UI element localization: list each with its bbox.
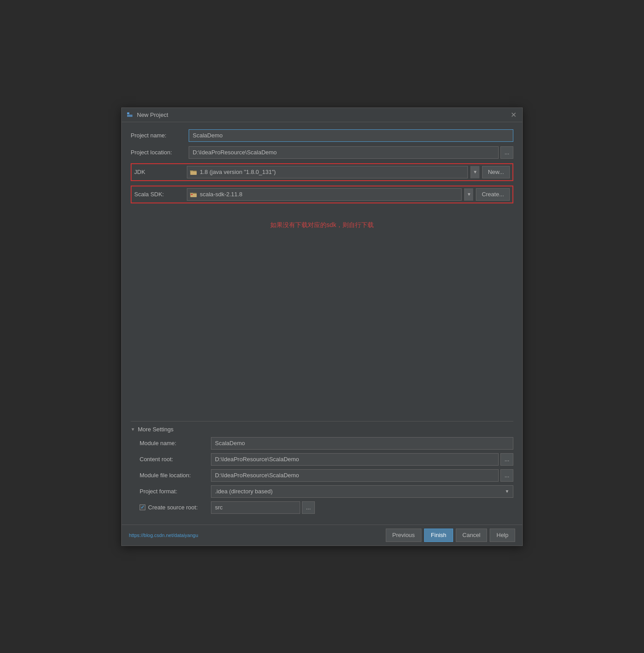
module-file-browse-button[interactable]: ...	[500, 469, 513, 482]
module-file-label: Module file location:	[140, 472, 211, 479]
spacer	[131, 243, 513, 421]
scala-sdk-dropdown-arrow[interactable]: ▼	[464, 188, 473, 201]
create-source-label: ✓ Create source root:	[140, 504, 211, 511]
jdk-chevron-icon: ▼	[473, 169, 477, 174]
jdk-row: JDK 1.8 (java version "1.8.0_131") ▼ New…	[131, 163, 513, 181]
project-location-label: Project location:	[131, 149, 189, 156]
module-name-row: Module name:	[140, 437, 513, 450]
checkmark-icon: ✓	[140, 504, 144, 510]
module-name-label: Module name:	[140, 440, 211, 446]
scala-sdk-label: Scala SDK:	[134, 191, 187, 198]
scala-sdk-folder-icon	[190, 191, 197, 198]
collapse-icon: ▼	[131, 427, 135, 432]
content-root-input[interactable]	[211, 453, 499, 466]
jdk-select-container[interactable]: 1.8 (java version "1.8.0_131")	[187, 166, 468, 178]
jdk-folder-icon	[190, 169, 197, 175]
more-settings-content: Module name: Content root: ... Module fi…	[131, 437, 513, 514]
project-location-input[interactable]	[189, 146, 499, 159]
project-location-browse-button[interactable]: ...	[500, 146, 513, 159]
project-format-select[interactable]: .idea (directory based) ▼	[211, 485, 513, 498]
svg-rect-0	[127, 112, 129, 114]
module-name-input[interactable]	[211, 437, 513, 450]
previous-button[interactable]: Previous	[386, 529, 422, 542]
module-file-input[interactable]	[211, 469, 499, 482]
content-root-row: Content root: ...	[140, 453, 513, 466]
new-project-dialog: New Project ✕ Project name: Project loca…	[121, 107, 523, 546]
module-file-row: Module file location: ...	[140, 469, 513, 482]
help-button[interactable]: Help	[490, 529, 515, 542]
svg-rect-1	[127, 115, 132, 117]
title-bar: New Project ✕	[122, 108, 522, 122]
more-settings-label: More Settings	[138, 426, 173, 433]
create-source-browse-button[interactable]: ...	[302, 501, 315, 514]
dialog-body: Project name: Project location: ... JDK …	[122, 122, 522, 525]
project-name-input[interactable]	[189, 129, 513, 142]
title-bar-left: New Project	[126, 111, 168, 118]
scala-sdk-value: scala-sdk-2.11.8	[200, 191, 458, 198]
create-source-text: Create source root:	[148, 504, 198, 511]
content-root-label: Content root:	[140, 456, 211, 463]
content-root-browse-button[interactable]: ...	[500, 453, 513, 466]
more-settings-section: ▼ More Settings Module name: Content roo…	[131, 421, 513, 514]
project-icon	[126, 111, 133, 118]
hint-text: 如果没有下载对应的sdk，则自行下载	[131, 217, 513, 234]
more-settings-header[interactable]: ▼ More Settings	[131, 426, 513, 433]
cancel-button[interactable]: Cancel	[456, 529, 487, 542]
jdk-dropdown-arrow[interactable]: ▼	[471, 166, 479, 178]
svg-rect-8	[191, 194, 193, 195]
create-source-input[interactable]	[211, 501, 300, 514]
project-name-label: Project name:	[131, 132, 189, 139]
format-chevron-icon: ▼	[505, 489, 509, 494]
finish-button[interactable]: Finish	[424, 529, 453, 542]
scala-sdk-row: Scala SDK: scala-sdk-2.11.8 ▼ Create...	[131, 186, 513, 203]
svg-rect-4	[190, 171, 197, 175]
scala-sdk-select-container[interactable]: scala-sdk-2.11.8	[187, 188, 462, 201]
jdk-value: 1.8 (java version "1.8.0_131")	[200, 169, 465, 175]
scala-sdk-chevron-icon: ▼	[467, 192, 471, 197]
create-source-row: ✓ Create source root: ...	[140, 501, 513, 514]
scala-sdk-create-button[interactable]: Create...	[476, 188, 510, 201]
jdk-label: JDK	[134, 169, 187, 175]
dialog-title: New Project	[137, 112, 168, 118]
jdk-new-button[interactable]: New...	[482, 166, 510, 178]
create-source-checkbox[interactable]: ✓	[140, 504, 145, 510]
dialog-footer: https://blog.csdn.net/dataiyangu Previou…	[122, 525, 522, 546]
project-format-value: .idea (directory based)	[215, 488, 272, 495]
project-format-label: Project format:	[140, 488, 211, 495]
close-button[interactable]: ✕	[509, 110, 518, 119]
project-name-row: Project name:	[131, 129, 513, 142]
project-format-row: Project format: .idea (directory based) …	[140, 485, 513, 498]
footer-link[interactable]: https://blog.csdn.net/dataiyangu	[129, 533, 198, 538]
project-location-row: Project location: ...	[131, 146, 513, 159]
